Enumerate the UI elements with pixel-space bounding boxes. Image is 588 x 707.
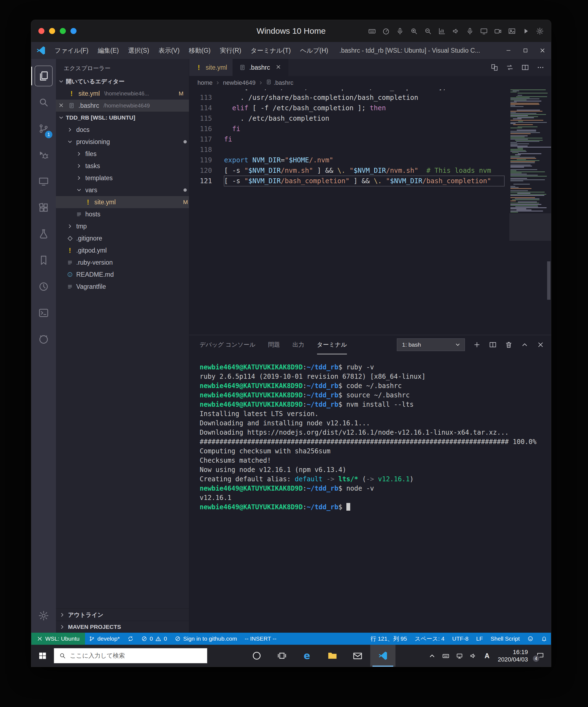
mic-icon[interactable] — [466, 27, 474, 35]
tab-bashrc[interactable]: .bashrc — [233, 59, 288, 76]
feedback-button[interactable] — [524, 633, 537, 645]
language-mode[interactable]: Shell Script — [487, 633, 524, 645]
code-editor[interactable]: 112 if [ -f /usr/share/bash-completion/b… — [189, 90, 551, 335]
volume-button[interactable] — [467, 647, 480, 664]
run-debug-icon[interactable] — [31, 142, 56, 168]
minimize-button[interactable] — [500, 42, 517, 59]
breadcrumb-item-bashrc[interactable]: .bashrc — [266, 79, 293, 87]
menu-item-s[interactable]: 選択(S) — [123, 42, 154, 59]
task-view-button[interactable] — [269, 645, 295, 667]
time-icon[interactable] — [31, 273, 56, 300]
display-icon[interactable] — [480, 27, 488, 35]
kill-terminal-icon[interactable] — [505, 341, 513, 348]
minimap-slider[interactable] — [509, 213, 551, 241]
tree-item-readme-md[interactable]: README.md — [56, 268, 189, 280]
encoding[interactable]: UTF-8 — [448, 633, 472, 645]
tray-expand-button[interactable] — [426, 647, 438, 664]
fullscreen-dot[interactable] — [70, 28, 76, 34]
menu-item-h[interactable]: ヘルプ(H) — [295, 42, 333, 59]
play-icon[interactable] — [522, 27, 530, 35]
minimize-dot[interactable] — [49, 28, 55, 34]
tree-item-templates[interactable]: templates — [56, 172, 189, 184]
terminal-selector[interactable]: 1: bash — [397, 338, 465, 351]
open-changes-icon[interactable] — [491, 64, 498, 71]
testing-icon[interactable] — [31, 221, 56, 247]
remote-indicator[interactable]: WSL: Ubuntu — [31, 633, 85, 645]
action-center-button[interactable]: 4 — [532, 647, 548, 664]
new-terminal-icon[interactable] — [473, 341, 481, 348]
search-icon[interactable] — [31, 89, 56, 115]
microphone-icon[interactable] — [396, 27, 404, 35]
close-tab-icon[interactable] — [275, 64, 283, 71]
more-actions-icon[interactable] — [537, 64, 545, 71]
minimap[interactable] — [509, 90, 551, 260]
tree-item-files[interactable]: files — [56, 148, 189, 160]
github-icon[interactable] — [31, 326, 56, 352]
sync-button[interactable] — [124, 633, 137, 645]
extensions-icon[interactable] — [31, 195, 56, 221]
gauge-icon[interactable] — [382, 27, 390, 35]
touch-keyboard-button[interactable] — [439, 647, 452, 664]
open-editor-item-bashrc[interactable]: .bashrc/home/newbie4649 — [56, 100, 189, 112]
tree-item-docs[interactable]: docs — [56, 124, 189, 136]
workspace-header[interactable]: TDD_RB [WSL: UBUNTU] — [56, 112, 189, 124]
tab-site-yml[interactable]: !site.yml — [189, 59, 233, 76]
chart-icon[interactable] — [438, 27, 446, 35]
github-signin[interactable]: Sign in to github.com — [171, 633, 241, 645]
tree-item-ruby-version[interactable]: .ruby-version — [56, 257, 189, 268]
compare-icon[interactable] — [506, 64, 514, 71]
tree-item-gitpod-yml[interactable]: !.gitpod.yml — [56, 244, 189, 257]
keyboard-icon[interactable] — [368, 27, 376, 35]
start-button[interactable] — [31, 645, 54, 667]
remote-explorer-icon[interactable] — [31, 168, 56, 195]
open-editor-item-site-yml[interactable]: !site.yml\home\newbie46...M — [56, 88, 189, 100]
notifications-bell[interactable] — [537, 633, 551, 645]
split-terminal-icon[interactable] — [489, 341, 497, 348]
maximize-panel-icon[interactable] — [521, 341, 528, 348]
panel-tab-[interactable]: 問題 — [268, 335, 280, 354]
problems-indicator[interactable]: 0 0 — [137, 633, 171, 645]
volume-icon[interactable] — [452, 27, 460, 35]
zoom-out-icon[interactable] — [424, 27, 432, 35]
zoom-in-icon[interactable] — [410, 27, 418, 35]
screenshot-icon[interactable] — [508, 27, 516, 35]
taskbar-clock[interactable]: 16:19 2020/04/03 — [498, 648, 528, 663]
close-editor-icon[interactable] — [58, 102, 65, 109]
sidebar-section-[interactable]: アウトライン — [56, 609, 189, 620]
menu-item-e[interactable]: 編集(E) — [93, 42, 124, 59]
close-panel-icon[interactable] — [537, 341, 545, 348]
mail-button[interactable] — [345, 645, 370, 667]
ime-indicator[interactable]: A — [481, 647, 493, 664]
panel-tab-[interactable]: ターミナル — [317, 335, 347, 354]
terminal-output[interactable]: newbie4649@KATUYUKIKAK8D9D:~/tdd_rb$ rub… — [189, 354, 551, 633]
vscode-taskbar-button[interactable] — [370, 645, 395, 667]
breadcrumb-item-home[interactable]: home — [197, 79, 213, 87]
tree-item-hosts[interactable]: hosts — [56, 208, 189, 220]
close-button[interactable] — [534, 42, 551, 59]
source-control-icon[interactable]: 1 — [31, 115, 56, 142]
zoom-dot[interactable] — [60, 28, 66, 34]
maximize-button[interactable] — [517, 42, 534, 59]
close-dot[interactable] — [38, 28, 44, 34]
menu-item-f[interactable]: ファイル(F) — [50, 42, 93, 59]
file-explorer-button[interactable] — [320, 645, 345, 667]
settings-gear-icon[interactable] — [31, 603, 56, 629]
tree-item-vagrantfile[interactable]: Vagrantfile — [56, 280, 189, 293]
panel-tab-[interactable]: デバッグ コンソール — [200, 335, 256, 354]
settings-icon[interactable] — [536, 27, 544, 35]
tree-item-vars[interactable]: vars — [56, 184, 189, 196]
explorer-icon[interactable] — [31, 63, 56, 89]
indentation[interactable]: スペース: 4 — [411, 633, 448, 645]
cortana-button[interactable] — [244, 645, 269, 667]
menu-item-v[interactable]: 表示(V) — [154, 42, 184, 59]
menu-item-r[interactable]: 実行(R) — [215, 42, 246, 59]
editor-scrollbar[interactable] — [547, 261, 550, 300]
git-branch[interactable]: develop* — [85, 633, 124, 645]
breadcrumb-item-newbie4649[interactable]: newbie4649 — [223, 79, 256, 87]
bookmarks-icon[interactable] — [31, 247, 56, 273]
eol-selector[interactable]: LF — [472, 633, 487, 645]
split-editor-icon[interactable] — [521, 64, 529, 71]
tree-item-provisioning[interactable]: provisioning — [56, 136, 189, 148]
network-button[interactable] — [453, 647, 466, 664]
open-editors-header[interactable]: 開いているエディター — [56, 75, 189, 88]
